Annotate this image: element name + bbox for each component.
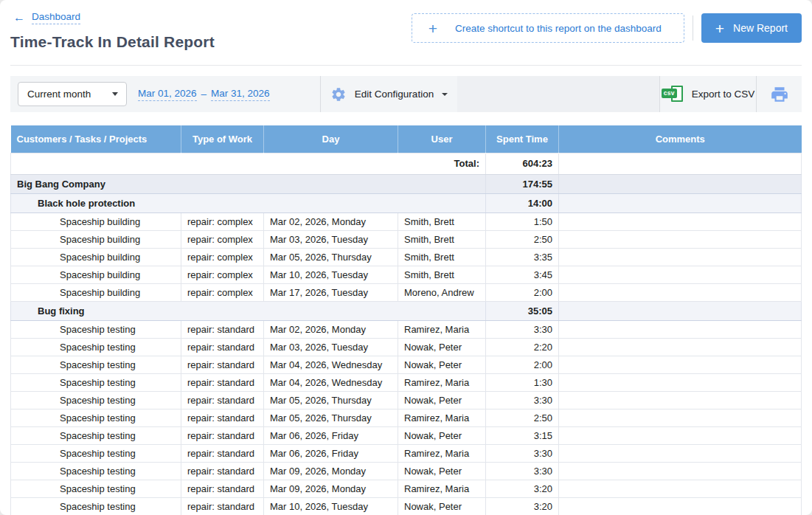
day-cell: Mar 06, 2026, Friday (264, 426, 398, 444)
entry-row: Spaceship testingrepair: standardMar 02,… (11, 320, 802, 338)
comment-cell (559, 373, 802, 391)
page-title: Time-Track In Detail Report (10, 33, 215, 51)
type-of-work-cell: repair: standard (181, 320, 264, 338)
spent-time-cell: 3:20 (486, 480, 559, 497)
spent-time-cell: 2:20 (486, 338, 559, 356)
spent-time-cell: 3:30 (486, 444, 559, 462)
task-name-cell: Spaceship testing (11, 356, 181, 373)
user-cell: Nowak, Peter (398, 338, 486, 356)
user-cell: Moreno, Andrew (398, 283, 486, 301)
edit-configuration-button[interactable]: Edit Configuration (321, 76, 457, 112)
type-of-work-cell: repair: standard (181, 373, 264, 391)
header-actions-divider (693, 15, 693, 41)
date-from-link[interactable]: Mar 01, 2026 (138, 88, 197, 101)
column-header-spent-time: Spent Time (486, 125, 559, 153)
back-to-dashboard-link[interactable]: ← Dashboard (13, 11, 80, 24)
type-of-work-cell: repair: standard (181, 391, 264, 409)
group-comment-cell (559, 174, 802, 193)
task-name-cell: Spaceship testing (11, 373, 181, 391)
task-name-cell: Spaceship building (11, 283, 181, 301)
print-button[interactable] (757, 76, 802, 112)
chevron-down-icon (442, 93, 448, 96)
group-time-cell: 14:00 (486, 193, 559, 212)
day-cell: Mar 10, 2026, Tuesday (264, 497, 398, 515)
spent-time-cell: 3:35 (486, 248, 559, 266)
entry-row: Spaceship testingrepair: standardMar 09,… (11, 462, 802, 480)
day-cell: Mar 03, 2026, Tuesday (264, 230, 398, 248)
type-of-work-cell: repair: standard (181, 356, 264, 373)
csv-file-icon: csv (662, 85, 684, 103)
spent-time-cell: 3:20 (486, 497, 559, 515)
comment-cell (559, 462, 802, 480)
day-cell: Mar 17, 2026, Tuesday (264, 283, 398, 301)
day-cell: Mar 04, 2026, Wednesday (264, 356, 398, 373)
comment-cell (559, 266, 802, 283)
type-of-work-cell: repair: standard (181, 462, 264, 480)
entry-row: Spaceship buildingrepair: complexMar 05,… (11, 248, 802, 266)
type-of-work-cell: repair: standard (181, 409, 264, 426)
day-cell: Mar 05, 2026, Thursday (264, 248, 398, 266)
spent-time-cell: 2:50 (486, 409, 559, 426)
day-cell: Mar 09, 2026, Monday (264, 480, 398, 497)
period-select[interactable]: Current month (18, 82, 127, 106)
comment-cell (559, 356, 802, 373)
type-of-work-cell: repair: standard (181, 444, 264, 462)
spent-time-cell: 3:30 (486, 462, 559, 480)
date-to-link[interactable]: Mar 31, 2026 (211, 88, 270, 101)
spent-time-cell: 1:30 (486, 373, 559, 391)
day-cell: Mar 02, 2026, Monday (264, 212, 398, 230)
spent-time-cell: 3:30 (486, 320, 559, 338)
edit-configuration-label: Edit Configuration (355, 89, 434, 100)
group-comment-cell (559, 301, 802, 320)
total-label-cell: Total: (11, 153, 486, 174)
task-name-cell: Spaceship testing (11, 391, 181, 409)
create-shortcut-button[interactable]: + Create shortcut to this report on the … (412, 13, 684, 43)
group-time-cell: 174:55 (486, 174, 559, 193)
report-page: ← Dashboard Time-Track In Detail Report … (0, 0, 812, 515)
chevron-down-icon (112, 92, 118, 96)
task-name-cell: Spaceship testing (11, 409, 181, 426)
task-name-cell: Spaceship testing (11, 462, 181, 480)
type-of-work-cell: repair: complex (181, 283, 264, 301)
comment-cell (559, 409, 802, 426)
type-of-work-cell: repair: complex (181, 230, 264, 248)
back-arrow-icon: ← (13, 12, 25, 24)
day-cell: Mar 04, 2026, Wednesday (264, 373, 398, 391)
type-of-work-cell: repair: complex (181, 266, 264, 283)
entry-row: Spaceship testingrepair: standardMar 09,… (11, 480, 802, 497)
entry-row: Spaceship testingrepair: standardMar 05,… (11, 391, 802, 409)
new-report-button[interactable]: + New Report (701, 13, 802, 43)
header-divider-line (10, 65, 802, 66)
spent-time-cell: 2:00 (486, 356, 559, 373)
group-comment-cell (559, 193, 802, 212)
comment-cell (559, 248, 802, 266)
type-of-work-cell: repair: standard (181, 338, 264, 356)
spent-time-cell: 1:50 (486, 212, 559, 230)
task-name-cell: Spaceship building (11, 212, 181, 230)
date-range-separator: – (201, 89, 207, 100)
total-row: Total: 604:23 (11, 153, 802, 174)
report-table-body: Total: 604:23 Big Bang Company174:55Blac… (11, 153, 802, 515)
export-to-csv-button[interactable]: csv Export to CSV (660, 76, 756, 112)
column-header-type-of-work: Type of Work (181, 125, 264, 153)
page-header-actions: + Create shortcut to this report on the … (412, 11, 802, 43)
comment-cell (559, 230, 802, 248)
report-table: Customers / Tasks / Projects Type of Wor… (10, 125, 802, 515)
task-row: Bug fixing35:05 (11, 301, 802, 320)
task-name-cell: Spaceship testing (11, 444, 181, 462)
day-cell: Mar 03, 2026, Tuesday (264, 338, 398, 356)
type-of-work-cell: repair: standard (181, 426, 264, 444)
entry-row: Spaceship buildingrepair: complexMar 03,… (11, 230, 802, 248)
period-select-value: Current month (27, 89, 91, 100)
spent-time-cell: 3:45 (486, 266, 559, 283)
period-segment: Current month Mar 01, 2026 – Mar 31, 202… (10, 76, 320, 112)
type-of-work-cell: repair: standard (181, 480, 264, 497)
entry-row: Spaceship buildingrepair: complexMar 10,… (11, 266, 802, 283)
entry-row: Spaceship testingrepair: standardMar 04,… (11, 356, 802, 373)
type-of-work-cell: repair: standard (181, 497, 264, 515)
day-cell: Mar 05, 2026, Thursday (264, 409, 398, 426)
task-row: Black hole protection14:00 (11, 193, 802, 212)
comment-cell (559, 444, 802, 462)
create-shortcut-label: Create shortcut to this report on the da… (455, 23, 662, 34)
column-header-customers: Customers / Tasks / Projects (11, 125, 181, 153)
